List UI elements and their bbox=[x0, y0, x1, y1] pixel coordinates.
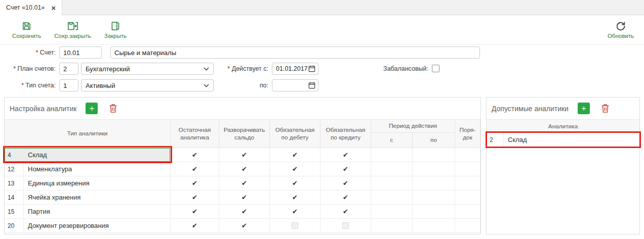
column-header-period-from[interactable]: с bbox=[371, 133, 413, 148]
allowed-analytics-panel: Допустимые аналитики + Аналитика 2Склад bbox=[486, 97, 640, 234]
check-icon: ✔ bbox=[242, 151, 247, 159]
plus-icon: + bbox=[581, 104, 586, 113]
analytics-row[interactable]: 15Партия✔✔✔✔ bbox=[5, 205, 480, 219]
tab-title: Счет «10.01» bbox=[6, 4, 45, 11]
analytics-row[interactable]: 13Единица измерения✔✔✔✔ bbox=[5, 176, 480, 190]
analytics-row[interactable]: 20Документ резервирования✔✔ bbox=[5, 219, 480, 233]
checkbox-checked[interactable]: ✔ bbox=[171, 219, 219, 232]
analytics-row[interactable]: 14Ячейка хранения✔✔✔✔ bbox=[5, 190, 480, 205]
column-header-required-debit[interactable]: Обязательная по дебету bbox=[270, 120, 320, 148]
save-button[interactable]: Сохранить bbox=[12, 21, 41, 39]
checkbox-checked[interactable]: ✔ bbox=[219, 219, 270, 232]
order-cell bbox=[455, 190, 480, 204]
order-cell bbox=[455, 148, 480, 162]
checkbox-checked[interactable]: ✔ bbox=[270, 148, 320, 162]
analytics-row[interactable]: 12Номенклатура✔✔✔✔ bbox=[5, 162, 480, 176]
column-header-period[interactable]: Период действия bbox=[371, 120, 455, 133]
checkbox-unchecked[interactable] bbox=[320, 219, 371, 232]
toolbar-right-group: Обновить bbox=[608, 21, 644, 39]
check-icon: ✔ bbox=[292, 151, 298, 159]
check-icon: ✔ bbox=[192, 222, 197, 229]
valid-to-input[interactable] bbox=[272, 79, 318, 91]
delete-allowed-button[interactable] bbox=[601, 104, 610, 113]
checkbox-checked[interactable]: ✔ bbox=[270, 162, 320, 176]
chart-code-input[interactable] bbox=[59, 63, 78, 75]
checkbox-checked[interactable]: ✔ bbox=[171, 148, 219, 162]
save-close-button[interactable]: Сохр.закрыть bbox=[54, 21, 91, 39]
row-id: 4 bbox=[5, 148, 24, 162]
checkbox-checked[interactable]: ✔ bbox=[270, 205, 320, 218]
allowed-row[interactable]: 2Склад bbox=[487, 133, 639, 147]
checkbox-checked[interactable]: ✔ bbox=[219, 162, 270, 176]
period-from-cell bbox=[371, 148, 413, 162]
check-icon: ✔ bbox=[343, 151, 348, 159]
checkbox-checked[interactable]: ✔ bbox=[320, 176, 371, 190]
add-allowed-button[interactable]: + bbox=[578, 103, 590, 114]
refresh-button[interactable]: Обновить bbox=[608, 21, 634, 39]
check-icon: ✔ bbox=[192, 179, 197, 187]
column-header-type[interactable]: Тип аналитики bbox=[5, 120, 171, 148]
tab-close-icon[interactable]: × bbox=[51, 4, 56, 12]
toolbar-left-group: Сохранить Сохр.закрыть Закрыть bbox=[0, 21, 127, 39]
calendar-icon[interactable] bbox=[308, 82, 315, 89]
checkbox-checked[interactable]: ✔ bbox=[320, 190, 371, 204]
analytic-type-name: Документ резервирования bbox=[24, 219, 171, 232]
account-card-page: Счет «10.01» × Сохранить Сохр.закрыть bbox=[0, 0, 644, 239]
type-code-input[interactable] bbox=[59, 79, 78, 91]
checkbox-checked[interactable]: ✔ bbox=[219, 176, 270, 190]
checkbox-checked[interactable]: ✔ bbox=[171, 162, 219, 176]
refresh-label: Обновить bbox=[608, 33, 634, 39]
checkbox-checked[interactable]: ✔ bbox=[320, 148, 371, 162]
analytics-row[interactable]: 4Склад✔✔✔✔ bbox=[5, 148, 480, 162]
calendar-icon[interactable] bbox=[308, 65, 315, 72]
checkbox-checked[interactable]: ✔ bbox=[219, 205, 270, 218]
trash-icon bbox=[601, 104, 610, 113]
column-header-period-to[interactable]: по bbox=[413, 133, 455, 148]
column-header-order[interactable]: Поря-док bbox=[455, 120, 480, 148]
save-icon bbox=[21, 21, 32, 32]
column-header-analytic[interactable]: Аналитика bbox=[548, 123, 578, 130]
check-icon: ✔ bbox=[192, 151, 197, 159]
close-button[interactable]: Закрыть bbox=[104, 21, 127, 39]
checkbox-checked[interactable]: ✔ bbox=[171, 205, 219, 218]
check-icon: ✔ bbox=[292, 208, 298, 215]
column-header-required-credit[interactable]: Обязательная по кредиту bbox=[320, 120, 371, 148]
checkbox-checked[interactable]: ✔ bbox=[270, 190, 320, 204]
offbalance-checkbox[interactable] bbox=[432, 65, 439, 72]
checkbox-checked[interactable]: ✔ bbox=[320, 205, 371, 218]
valid-from-value: 01.01.2017 bbox=[276, 65, 308, 72]
column-header-expand[interactable]: Разворачивать сальдо bbox=[219, 120, 270, 148]
type-select[interactable]: Активный bbox=[81, 79, 214, 91]
row-id: 12 bbox=[5, 162, 24, 176]
account-code-input[interactable] bbox=[59, 46, 102, 59]
delete-analytic-button[interactable] bbox=[109, 104, 117, 113]
valid-to-label: по: bbox=[218, 79, 268, 91]
checkbox-unchecked[interactable] bbox=[270, 219, 320, 232]
checkbox-checked[interactable]: ✔ bbox=[219, 190, 270, 204]
checkbox-checked[interactable]: ✔ bbox=[219, 148, 270, 162]
period-from-cell bbox=[371, 176, 413, 190]
analytics-table-body: 4Склад✔✔✔✔12Номенклатура✔✔✔✔13Единица из… bbox=[5, 148, 480, 233]
account-name-input[interactable] bbox=[110, 46, 480, 59]
order-cell bbox=[455, 205, 480, 218]
save-label: Сохранить bbox=[12, 33, 41, 39]
chart-select[interactable]: Бухгалтерский bbox=[81, 63, 214, 75]
check-icon: ✔ bbox=[242, 165, 247, 173]
valid-from-input[interactable]: 01.01.2017 bbox=[272, 63, 318, 75]
period-to-cell bbox=[413, 176, 455, 190]
chevron-down-icon bbox=[204, 67, 209, 71]
check-icon: ✔ bbox=[242, 222, 247, 229]
checkbox-checked[interactable]: ✔ bbox=[171, 190, 219, 204]
checkbox-checked[interactable]: ✔ bbox=[270, 176, 320, 190]
tab-account[interactable]: Счет «10.01» × bbox=[0, 0, 62, 15]
empty-checkbox bbox=[292, 222, 298, 229]
chart-select-value: Бухгалтерский bbox=[86, 65, 130, 73]
period-from-cell bbox=[371, 205, 413, 218]
column-header-residual[interactable]: Остаточная аналитика bbox=[171, 120, 219, 148]
account-type-label: * Тип счета: bbox=[0, 79, 56, 91]
checkbox-checked[interactable]: ✔ bbox=[171, 176, 219, 190]
period-to-cell bbox=[413, 162, 455, 176]
analytic-type-name: Единица измерения bbox=[24, 176, 171, 190]
checkbox-checked[interactable]: ✔ bbox=[320, 162, 371, 176]
add-analytic-button[interactable]: + bbox=[86, 103, 98, 114]
